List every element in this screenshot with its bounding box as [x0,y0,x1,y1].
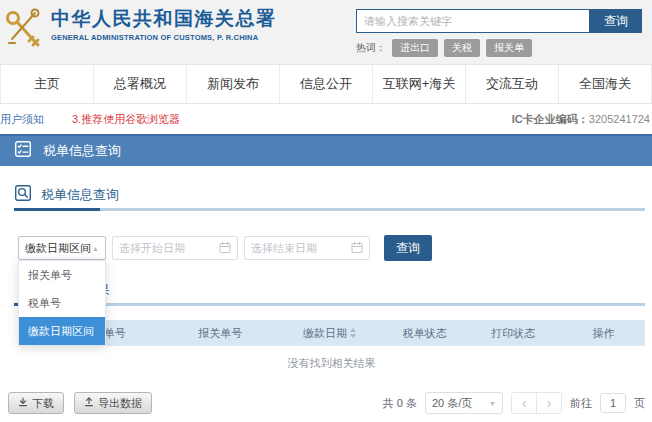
notice-bar: 用户须知 3.推荐使用谷歌浏览器 IC卡企业编码：3205241724 [0,104,652,134]
column-actions: 操作 [562,326,645,341]
pagination: 共 0 条 20 条/页 ▼ ‹ › 前往 页 [383,392,645,414]
dropdown-option-declaration-no[interactable]: 报关单号 [19,261,105,289]
site-search-button[interactable]: 查询 [590,9,642,33]
results-table: 税单号 报关单号 缴款日期 税单状态 打印状态 操作 没有找到相关结果 [18,320,645,380]
ic-card-label: IC卡企业编码： [512,113,589,125]
caret-down-icon: ▼ [489,400,496,407]
table-header-row: 税单号 报关单号 缴款日期 税单状态 打印状态 操作 [18,320,645,346]
main-nav: 主页 总署概况 新闻发布 信息公开 互联网+海关 交流互动 全国海关 [0,64,652,104]
panel-title: 税单信息查询 [43,142,121,160]
download-button[interactable]: 下载 [8,392,64,414]
panel-header: 税单信息查询 [0,134,652,166]
query-button[interactable]: 查询 [384,235,432,261]
nav-item-internet-customs[interactable]: 互联网+海关 [373,65,466,103]
goto-label: 前往 [570,396,592,411]
column-payment-date: 缴款日期 [274,326,385,341]
hot-word-tag[interactable]: 关税 [444,39,480,57]
results-section-head: 查询结果 [31,277,652,303]
org-name-en: GENERAL ADMINISTRATION OF CUSTOMS, P. R.… [51,33,277,42]
brand: 中华人民共和国海关总署 GENERAL ADMINISTRATION OF CU… [4,0,277,64]
hot-words-label: 热词： [356,41,386,55]
goto-page-input[interactable] [600,393,626,413]
query-type-select[interactable]: 缴款日期区间 ▲ [18,236,106,260]
query-type-select-value: 缴款日期区间 [25,241,91,256]
column-tax-bill-status: 税单状态 [385,326,465,341]
export-icon [84,397,94,409]
query-section-title: 税单信息查询 [41,186,119,204]
ic-card-code: IC卡企业编码：3205241724 [512,112,650,127]
goto-suffix: 页 [634,396,645,411]
query-section-underline [14,208,645,211]
export-data-button[interactable]: 导出数据 [74,392,152,414]
calendar-icon [219,241,231,256]
caret-up-icon: ▲ [92,245,99,252]
browser-tip-text: 3.推荐使用谷歌浏览器 [72,112,180,127]
dropdown-option-tax-bill-no[interactable]: 税单号 [19,289,105,317]
nav-item-home[interactable]: 主页 [0,65,94,103]
document-search-icon [14,184,32,206]
nav-item-news[interactable]: 新闻发布 [187,65,280,103]
site-search-area: 查询 热词： 进出口 关税 报关单 [356,0,642,64]
site-header: 中华人民共和国海关总署 GENERAL ADMINISTRATION OF CU… [0,0,652,64]
column-print-status: 打印状态 [465,326,562,341]
checklist-icon [14,140,32,162]
query-type-dropdown: 报关单号 税单号 缴款日期区间 [18,260,106,346]
results-section-underline [14,303,645,306]
org-name-zh: 中华人民共和国海关总署 [51,7,277,31]
query-section-head: 税单信息查询 [14,182,652,208]
next-page-button[interactable]: › [536,393,561,413]
user-notice-link[interactable]: 用户须知 [0,112,44,127]
site-search-input[interactable] [356,9,590,33]
start-date-placeholder: 选择开始日期 [119,241,185,256]
nav-item-national-customs[interactable]: 全国海关 [559,65,652,103]
hot-word-tag[interactable]: 进出口 [392,39,438,57]
dropdown-option-payment-date-range[interactable]: 缴款日期区间 [19,317,105,345]
nav-item-info-disclosure[interactable]: 信息公开 [280,65,373,103]
prev-page-button[interactable]: ‹ [512,393,536,413]
column-declaration-no: 报关单号 [166,326,274,341]
start-date-input[interactable]: 选择开始日期 [112,236,238,260]
table-footer: 下载 导出数据 共 0 条 20 条/页 ▼ ‹ › 前往 页 [0,392,652,414]
filter-row: 缴款日期区间 ▲ 选择开始日期 选择结束日期 查询 报关单号 税单号 [18,235,652,261]
nav-item-interaction[interactable]: 交流互动 [466,65,559,103]
customs-logo-icon [4,7,46,59]
empty-result-text: 没有找到相关结果 [18,346,645,380]
nav-item-overview[interactable]: 总署概况 [94,65,187,103]
page-size-select[interactable]: 20 条/页 ▼ [425,392,503,414]
end-date-input[interactable]: 选择结束日期 [244,236,370,260]
ic-card-value: 3205241724 [589,113,650,125]
end-date-placeholder: 选择结束日期 [251,241,317,256]
calendar-icon [351,241,363,256]
sort-icon[interactable] [350,328,356,338]
download-icon [18,397,28,409]
hot-word-tag[interactable]: 报关单 [486,39,532,57]
total-count-text: 共 0 条 [383,396,417,411]
